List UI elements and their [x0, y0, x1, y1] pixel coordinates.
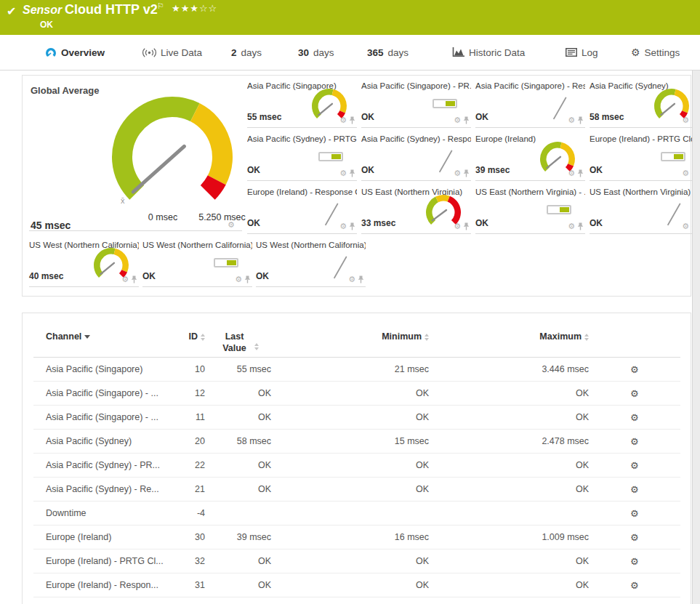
channel-settings-icon[interactable]: ⚙: [629, 387, 640, 399]
scrollbar[interactable]: [692, 71, 700, 604]
channel-last-value: OK: [205, 556, 271, 566]
gauge-cell[interactable]: Asia Pacific (Sydney)58 msec⚙: [590, 80, 699, 128]
pin-icon[interactable]: [349, 169, 355, 177]
tab-live-data[interactable]: Live Data: [142, 35, 202, 70]
channel-id: -4: [177, 508, 205, 518]
table-row: Europe (Ireland)3039 msec16 msec1.009 ms…: [33, 526, 680, 549]
pin-icon[interactable]: [131, 275, 137, 283]
channel-name: Asia Pacific (Sydney): [46, 436, 177, 446]
tab-settings[interactable]: ⚙Settings: [631, 35, 680, 70]
historic-data-icon: [452, 47, 464, 57]
gear-icon[interactable]: ⚙: [454, 169, 461, 177]
column-header-maximum[interactable]: Maximum: [429, 331, 589, 342]
channel-name: Asia Pacific (Singapore) - ...: [46, 388, 177, 398]
gauge-cell[interactable]: US East (Northern Virginia)33 msec⚙: [361, 186, 471, 234]
channels-table-panel: Channel ID Last Value Minimum Maximum: [22, 313, 691, 604]
tab-30-days[interactable]: 30days: [298, 35, 334, 70]
gauge-cell[interactable]: US East (Northern Virginia) - ...OK⚙: [475, 186, 585, 234]
channel-settings-icon[interactable]: ⚙: [629, 363, 640, 375]
gear-icon[interactable]: ⚙: [454, 116, 461, 124]
column-header-minimum[interactable]: Minimum: [271, 331, 429, 342]
channel-settings-icon[interactable]: ⚙: [629, 579, 640, 591]
gauge-cell[interactable]: Asia Pacific (Singapore) - Res...OK⚙: [475, 80, 585, 128]
pin-icon[interactable]: [577, 169, 584, 177]
channel-settings-icon[interactable]: ⚙: [629, 435, 640, 447]
tab-historic-data[interactable]: Historic Data: [452, 35, 525, 70]
channel-gauge-value: OK: [361, 165, 374, 175]
sort-icon: [254, 343, 259, 350]
gear-icon[interactable]: ⚙: [682, 169, 689, 177]
pin-icon[interactable]: [577, 222, 584, 230]
gauge-cell[interactable]: US West (Northern California)...OK⚙: [256, 239, 366, 287]
gear-icon[interactable]: ⚙: [682, 222, 689, 230]
column-header-id[interactable]: ID: [177, 331, 205, 342]
channel-gauge-value: 40 msec: [29, 271, 63, 281]
gear-icon[interactable]: ⚙: [235, 275, 242, 283]
channel-settings-icon[interactable]: ⚙: [629, 459, 640, 471]
tab-overview[interactable]: Overview: [45, 35, 105, 70]
cell-separator: [29, 230, 242, 231]
gear-icon: ⚙: [631, 47, 640, 57]
pin-icon[interactable]: [349, 222, 355, 230]
gear-icon[interactable]: ⚙: [121, 275, 129, 283]
gauge-cell[interactable]: Asia Pacific (Singapore)55 msec⚙: [247, 80, 357, 128]
pin-icon[interactable]: [463, 169, 470, 177]
table-row: Asia Pacific (Sydney)2058 msec15 msec2.4…: [33, 430, 680, 454]
gear-icon[interactable]: ⚙: [568, 222, 575, 230]
channel-gauge-value: OK: [475, 112, 488, 122]
gear-icon[interactable]: ⚙: [682, 116, 689, 124]
table-row: Asia Pacific (Sydney) - PR...22OKOKOK⚙: [33, 454, 680, 478]
channel-id: 30: [177, 532, 205, 542]
gauge-cell[interactable]: US West (Northern California)40 msec⚙: [29, 239, 139, 287]
channel-gauge-value: 55 msec: [247, 112, 281, 122]
gauge-cell-global-average[interactable]: Global Average x̄ 0 msec 5.250 msec 45 m…: [23, 76, 246, 232]
channel-settings-icon[interactable]: ⚙: [629, 507, 640, 519]
column-header-last-value[interactable]: Last Value: [205, 331, 271, 354]
gauge-cell[interactable]: Asia Pacific (Sydney) - PRTG ...OK⚙: [247, 133, 357, 181]
tab-2-days[interactable]: 2days: [231, 35, 262, 70]
pin-icon[interactable]: [358, 275, 364, 283]
sensor-status-badge: OK: [40, 20, 53, 30]
overview-panel: Global Average x̄ 0 msec 5.250 msec 45 m…: [22, 75, 691, 297]
gear-icon[interactable]: ⚙: [568, 116, 575, 124]
gauge-title: Global Average: [31, 85, 99, 96]
gear-icon[interactable]: ⚙: [348, 275, 355, 283]
gear-icon[interactable]: ⚙: [339, 169, 347, 177]
gear-icon[interactable]: ⚙: [568, 169, 575, 177]
tab-prefix: 365: [367, 47, 384, 58]
gauge-cell[interactable]: US West (Northern California)...OK⚙: [142, 239, 252, 287]
gauge-cell[interactable]: Europe (Ireland) - PRTG Cloud...OK⚙: [590, 133, 699, 181]
channel-minimum: OK: [271, 556, 429, 566]
priority-stars[interactable]: ★★★☆☆: [172, 3, 217, 14]
gear-icon[interactable]: ⚙: [339, 116, 347, 124]
column-header-channel[interactable]: Channel: [46, 331, 177, 342]
pin-icon[interactable]: [463, 222, 470, 230]
pin-icon[interactable]: [349, 116, 355, 124]
gauge-cell[interactable]: US East (Northern Virginia) - ...OK⚙: [590, 186, 699, 234]
gauge-cell[interactable]: Asia Pacific (Singapore) - PR...OK⚙: [361, 80, 471, 128]
channel-name: Asia Pacific (Singapore) - ...: [46, 412, 177, 422]
gauge-cell[interactable]: Europe (Ireland)39 msec⚙: [475, 133, 585, 181]
channel-settings-icon[interactable]: ⚙: [629, 483, 640, 495]
channel-settings-icon[interactable]: ⚙: [629, 555, 640, 567]
pin-icon[interactable]: [463, 116, 470, 124]
ok-toggle-indicator: [214, 258, 238, 267]
flag-icon: ⚐: [157, 1, 164, 11]
tab-365-days[interactable]: 365days: [367, 35, 409, 70]
gauge-cell[interactable]: Europe (Ireland) - Response C...OK⚙: [247, 186, 357, 234]
pin-icon[interactable]: [577, 116, 584, 124]
tab-log[interactable]: Log: [566, 35, 598, 70]
channel-id: 22: [177, 460, 205, 470]
pin-icon[interactable]: [244, 275, 251, 283]
gear-icon[interactable]: ⚙: [454, 222, 461, 230]
channel-gauge-value: OK: [361, 112, 374, 122]
gauge-cell[interactable]: Asia Pacific (Sydney) - Respo...OK⚙: [361, 133, 471, 181]
gear-icon[interactable]: ⚙: [228, 221, 235, 229]
table-row: Europe (Ireland) - Respon...31OKOKOK⚙: [33, 573, 680, 597]
channel-settings-icon[interactable]: ⚙: [629, 411, 640, 423]
tab-label: Log: [582, 47, 598, 58]
table-row: Asia Pacific (Singapore) - ...12OKOKOK⚙: [33, 382, 680, 406]
gear-icon[interactable]: ⚙: [339, 222, 347, 230]
channel-settings-icon[interactable]: ⚙: [629, 531, 640, 543]
channel-gauge-value: 33 msec: [361, 218, 395, 228]
